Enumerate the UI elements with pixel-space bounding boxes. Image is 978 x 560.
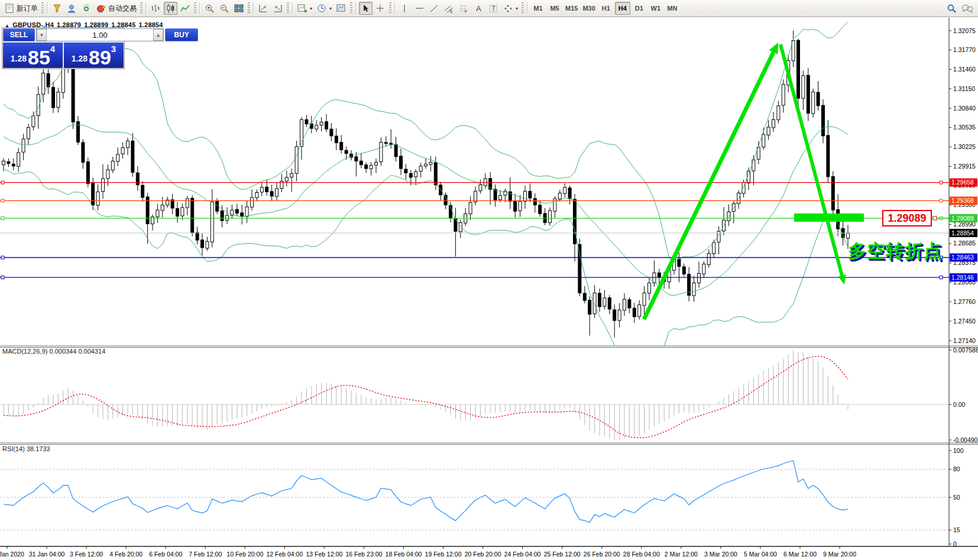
rsi-tick-label: 15 [953,526,960,533]
svg-text:F: F [465,9,467,14]
toolbar: 新订单自动交易▾▾EFAT▾M1M5M15M30H1H4D1W1MN [0,0,978,17]
tile-windows-button[interactable] [232,2,246,15]
auto-scroll-button[interactable] [257,2,270,15]
time-tick-label: 13 Feb 12:00 [306,551,342,558]
trendline-button[interactable] [428,2,441,15]
toolbar-separator [355,2,357,14]
hline-button[interactable] [413,2,426,15]
time-tick-label: 9 Mar 20:00 [823,551,856,558]
funnel-button[interactable] [50,2,64,15]
time-tick-label: 12 Feb 04:00 [266,551,303,558]
channel-button[interactable]: E [442,2,456,15]
shapes-button[interactable]: ▾ [501,2,520,15]
timeframe-h1-button[interactable]: H1 [598,2,614,15]
time-tick-label: 6 Feb 04:00 [149,551,182,558]
period-button[interactable]: ▾ [315,2,333,15]
price-badge-label: 1.29089 [951,215,974,222]
timeframe-w1-button[interactable]: W1 [648,2,663,15]
text-button[interactable]: A [472,2,485,15]
zoom-out-button[interactable] [218,2,231,15]
line-handle[interactable] [1,217,4,220]
sell-price-small: 1.28 [11,51,27,66]
svg-text:E: E [450,9,453,14]
time-tick-label: 31 Jan 04:00 [29,551,65,558]
line-handle[interactable] [940,276,943,279]
line-handle[interactable] [1,199,4,202]
timeframe-m30-button[interactable]: M30 [581,2,597,15]
svg-text:A: A [476,4,481,13]
line-handle[interactable] [940,199,943,202]
quote-close: 1.28854 [138,21,163,28]
cursor-button[interactable] [359,2,373,15]
volume-up-button[interactable]: ▲ [153,29,163,41]
toolbar-separator [47,2,48,14]
timeframe-d1-button[interactable]: D1 [632,2,647,15]
sell-price-box[interactable]: 1.28 85 4 [3,43,63,68]
line-chart-button[interactable] [179,2,192,15]
chevron-down-icon[interactable]: ▾ [329,6,332,11]
line-handle[interactable] [940,181,943,184]
price-tick-label: 1.30535 [953,124,976,131]
autotrade-button-label: 自动交易 [108,4,137,14]
fibo-button[interactable]: F [457,2,471,15]
timeframe-m1-button[interactable]: M1 [530,2,546,15]
line-handle[interactable] [1,276,4,279]
chevron-down-icon[interactable]: ▾ [310,6,312,11]
chart-shift-button[interactable] [271,2,285,15]
turning-point-annotation[interactable]: 多空转折点 [848,239,966,264]
signals-button[interactable] [80,2,93,15]
line-handle[interactable] [1,181,4,184]
chart-svg: 1.320751.317701.314601.311501.308401.305… [0,0,978,560]
level-highlight-bar[interactable] [794,213,864,222]
buy-price-box[interactable]: 1.28 89 3 [64,43,124,68]
autotrade-button[interactable]: 自动交易 [95,2,138,15]
price-tick-label: 1.31150 [953,85,975,92]
clock-icon [317,4,327,14]
price-tick-label: 1.31770 [953,46,976,53]
line-icon [180,4,190,14]
timeframe-mn-button[interactable]: MN [665,2,680,15]
time-tick-label: 26 Feb 20:00 [584,551,620,558]
volume-input[interactable] [47,29,153,41]
sell-button[interactable]: SELL [3,28,35,41]
chat-button[interactable] [960,2,975,15]
timeframe-m5-button[interactable]: M5 [547,2,562,15]
chevron-down-icon[interactable]: ▾ [516,6,518,11]
zoom-in-button[interactable] [203,2,216,15]
crosshair-button[interactable] [374,2,387,15]
label-button[interactable]: T [487,2,500,15]
new-order-button[interactable]: 新订单 [3,2,40,15]
toolbar-separator [248,2,250,14]
price-badge-label: 1.28146 [951,274,974,281]
price-callout-box[interactable]: 1.29089 [882,210,932,226]
candle-chart-button[interactable] [164,2,177,15]
vline-button[interactable] [398,2,412,15]
publisher-button[interactable] [65,2,79,15]
ind2-icon [273,4,283,14]
shapes-icon [503,4,513,14]
buy-button[interactable]: BUY [165,28,198,41]
macd-tick-label: 0.00 [953,401,966,408]
zoom-out-icon [219,4,229,14]
line-handle[interactable] [1,256,4,259]
buy-price-big: 89 [89,48,111,66]
time-tick-label: 16 Feb 23:00 [346,551,383,558]
time-tick-label: 4 Feb 20:00 [109,551,143,558]
callout-handle[interactable] [933,216,937,220]
toolbar-separator [527,2,528,14]
timeframe-h4-button[interactable]: H4 [615,2,630,15]
bar-chart-button[interactable] [149,2,163,15]
toolbar-separator [394,2,396,14]
add-indicator-button[interactable]: ▾ [296,2,314,15]
timeframe-m15-button[interactable]: M15 [564,2,579,15]
time-tick-label: 24 Feb 04:00 [504,551,541,558]
toolbar-separator [41,2,44,14]
template-button[interactable] [335,2,348,15]
price-tick-label: 1.32075 [953,27,976,34]
volume-down-button[interactable]: ▼ [37,29,47,41]
search-button[interactable] [944,2,958,15]
svg-text:T: T [492,5,496,12]
search-icon [946,3,957,14]
template-icon [336,4,346,14]
rsi-tick-label: 50 [953,494,960,501]
